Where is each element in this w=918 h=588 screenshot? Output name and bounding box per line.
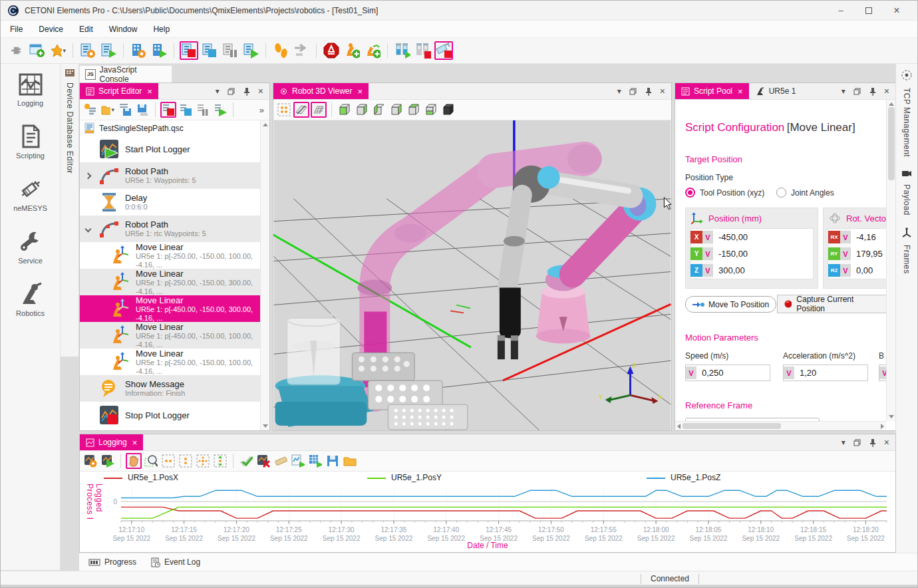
position-y-value[interactable]: -150,00 (713, 245, 813, 262)
javascript-console-tab[interactable]: JS JavaScript Console (79, 65, 172, 82)
rotation-ry-row[interactable]: RY V 179,95 (828, 245, 887, 262)
close-tab-icon[interactable]: × (132, 438, 138, 448)
float-panel-icon[interactable] (228, 88, 235, 95)
script-stop-icon[interactable] (180, 41, 198, 60)
close-tab-icon[interactable]: × (147, 86, 152, 96)
add-window-icon[interactable] (28, 41, 47, 60)
float-panel-icon[interactable] (853, 88, 861, 95)
acceleration-input[interactable]: V 1,20 (783, 365, 868, 381)
position-x-value[interactable]: -450,00 (713, 229, 813, 245)
close-panel-icon[interactable]: × (884, 86, 889, 96)
tab-frames[interactable]: Frames (902, 245, 911, 274)
view-left-icon[interactable] (371, 102, 387, 118)
script-run-icon[interactable] (241, 41, 260, 60)
close-panel-icon[interactable]: × (884, 437, 889, 448)
save-log-icon[interactable] (325, 453, 341, 469)
rotation-ry-value[interactable]: 179,95 (851, 245, 887, 262)
sidebar-item-robotics[interactable]: Robotics (1, 273, 60, 325)
script-stop-blue-icon[interactable] (200, 41, 219, 60)
disconnect-plug-icon[interactable] (7, 41, 26, 60)
radio-joint-angles[interactable]: Joint Angles (776, 188, 834, 198)
view-right-icon[interactable] (388, 102, 404, 118)
close-button[interactable]: × (892, 6, 901, 15)
pool-vertical-scrollbar[interactable] (886, 100, 895, 421)
add-robot-icon[interactable] (343, 41, 361, 60)
script-file-header[interactable]: TestSingleStepPath.qsc (80, 120, 260, 136)
plot-run-icon[interactable] (100, 453, 116, 469)
radio-tool-position[interactable]: Tool Position (xyz) (685, 188, 764, 198)
tab-event-log[interactable]: Event Log (151, 557, 200, 567)
toolbar-overflow-icon[interactable]: » (259, 105, 267, 115)
script-editor-tab[interactable]: Script Editor × (80, 83, 158, 99)
view-bottom-icon[interactable] (423, 102, 439, 118)
clip-plane-icon[interactable] (293, 102, 309, 118)
menu-device[interactable]: Device (39, 25, 63, 34)
logging-chart[interactable]: 12:17:10Sep 15 202212:17:15Sep 15 202212… (97, 485, 892, 546)
device-configure-icon[interactable] (129, 41, 148, 60)
add-robot-tool-icon[interactable] (363, 41, 382, 60)
sidebar-item-service[interactable]: Service (1, 220, 60, 273)
radio-unselected-icon[interactable] (776, 188, 786, 198)
panel-menu-icon[interactable]: ▾ (842, 86, 845, 96)
device-run-icon[interactable] (150, 41, 168, 60)
robot-3d-viewer-tab[interactable]: Robot 3D Viewer × (273, 83, 369, 99)
run-script-icon[interactable] (212, 102, 228, 118)
panel-menu-icon[interactable]: ▾ (617, 86, 621, 96)
close-panel-icon[interactable]: × (258, 86, 263, 96)
export-table-icon[interactable] (307, 453, 323, 469)
zoom-both-icon[interactable] (195, 453, 211, 469)
tree-item-robot-path-2[interactable]: Robot PathUR5e 1: rtc Waypoints: 5 (80, 216, 260, 242)
tree-item-start-plot-logger[interactable]: Start Plot Logger (80, 136, 260, 162)
tree-item-move-linear-4[interactable]: Move LinearUR5e 1: p[-450.00, -150.00, 1… (80, 322, 260, 349)
tcp-target-icon[interactable] (901, 69, 913, 81)
view-back-icon[interactable] (354, 102, 370, 118)
dosing-run-icon[interactable] (393, 41, 412, 60)
save-all-icon[interactable] (134, 102, 150, 118)
rotation-rx-value[interactable]: -4,16 (851, 229, 887, 245)
export-image-icon[interactable] (290, 453, 306, 469)
save-script-icon[interactable] (117, 102, 133, 118)
zoom-region-icon[interactable] (143, 453, 159, 469)
close-panel-icon[interactable]: × (660, 86, 665, 96)
maximize-button[interactable] (864, 6, 873, 15)
eraser-icon[interactable] (273, 453, 289, 469)
plot-settings-icon[interactable] (82, 453, 98, 469)
pin-panel-icon[interactable] (869, 87, 876, 96)
script-pause-icon[interactable] (221, 41, 239, 60)
legend-item-posx[interactable]: UR5e_1.PosX (104, 473, 178, 482)
rotation-rz-row[interactable]: RZ V 0,00 (828, 262, 887, 279)
tree-item-delay[interactable]: Delay0:0:6:0 (80, 189, 260, 216)
sidebar-item-logging[interactable]: Logging (1, 64, 60, 115)
pin-panel-icon[interactable] (645, 87, 652, 96)
tab-progress[interactable]: Progress (88, 557, 136, 567)
pause-script-icon[interactable] (195, 102, 211, 118)
speed-input[interactable]: V 0,250 (685, 365, 770, 381)
rotation-rz-value[interactable]: 0,00 (851, 262, 887, 279)
position-z-row[interactable]: Z V 300,00 (690, 262, 813, 279)
panel-menu-icon[interactable]: ▾ (216, 86, 220, 96)
step-over-icon[interactable] (292, 41, 311, 60)
view-top-icon[interactable] (406, 102, 422, 118)
menu-edit[interactable]: Edit (79, 25, 93, 34)
legend-item-posy[interactable]: UR5e_1.PosY (367, 473, 442, 482)
zoom-x-icon[interactable] (160, 453, 176, 469)
position-y-row[interactable]: Y V -150,00 (690, 245, 813, 262)
tree-item-robot-path-1[interactable]: Robot PathUR5e 1: Waypoints: 5 (80, 162, 260, 189)
accept-check-icon[interactable] (238, 453, 254, 469)
view-iso-icon[interactable] (440, 102, 456, 118)
sidebar-item-nemesys[interactable]: neMESYS (1, 168, 60, 220)
plot-clear-icon[interactable] (255, 453, 271, 469)
pin-panel-icon[interactable] (243, 87, 250, 96)
payload-icon[interactable] (901, 169, 912, 178)
float-panel-icon[interactable] (629, 88, 637, 95)
menu-help[interactable]: Help (153, 25, 170, 34)
floor-grid-icon[interactable] (311, 102, 327, 118)
stop-script-blue-icon[interactable] (178, 102, 194, 118)
tree-item-move-linear-1[interactable]: Move LinearUR5e 1: p[-250.00, -150.00, 1… (80, 242, 260, 269)
float-panel-icon[interactable] (853, 439, 861, 446)
tree-item-show-message[interactable]: Show MessageInformation: Finish (80, 375, 260, 402)
open-script-icon[interactable]: ▾ (100, 102, 116, 118)
position-z-value[interactable]: 300,00 (713, 262, 813, 279)
radio-selected-icon[interactable] (685, 188, 695, 198)
collapse-chevron-icon[interactable] (82, 227, 93, 231)
